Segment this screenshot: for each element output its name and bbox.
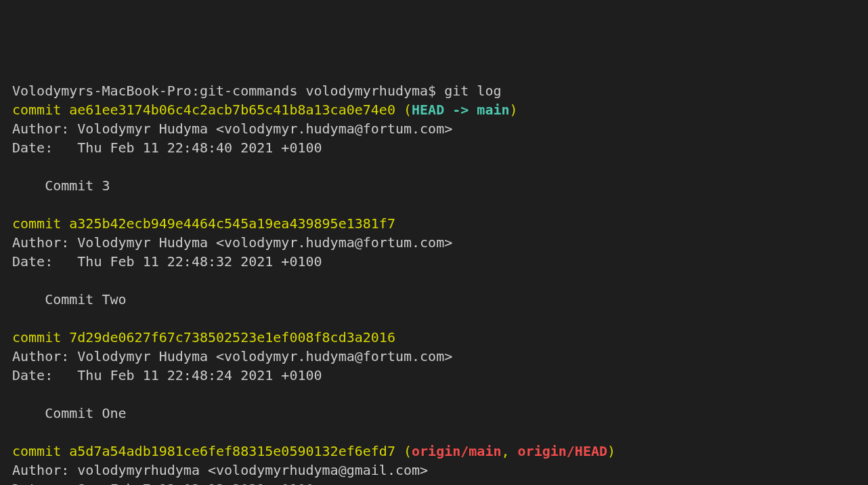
date-3: Date: Thu Feb 11 22:48:24 2021 +0100 xyxy=(12,367,322,383)
author-3: Author: Volodymyr Hudyma <volodymyr.hudy… xyxy=(12,348,452,364)
date-2: Date: Thu Feb 11 22:48:32 2021 +0100 xyxy=(12,253,322,270)
message-3: Commit One xyxy=(12,405,127,421)
prompt-line-1: Volodymyrs-MacBook-Pro:git-commands volo… xyxy=(12,83,501,99)
terminal-output[interactable]: Volodymyrs-MacBook-Pro:git-commands volo… xyxy=(12,81,856,485)
author-1: Author: Volodymyr Hudyma <volodymyr.hudy… xyxy=(12,121,452,137)
commit-hash-4: commit a5d7a54adb1981ce6fef88315e0590132… xyxy=(12,443,615,459)
commit-hash-1: commit ae61ee3174b06c4c2acb7b65c41b8a13c… xyxy=(12,102,518,118)
message-1: Commit 3 xyxy=(12,177,110,194)
author-4: Author: volodymyrhudyma <volodymyrhudyma… xyxy=(12,462,428,478)
commit-hash-3: commit 7d29de0627f67c738502523e1ef008f8c… xyxy=(12,329,395,345)
date-4: Date: Sun Feb 7 12:02:12 2021 +0100 xyxy=(12,481,314,485)
git-log-command: git log xyxy=(444,83,501,99)
commit-hash-2: commit a325b42ecb949e4464c545a19ea439895… xyxy=(12,215,395,232)
message-2: Commit Two xyxy=(12,291,127,308)
date-1: Date: Thu Feb 11 22:48:40 2021 +0100 xyxy=(12,140,322,156)
author-2: Author: Volodymyr Hudyma <volodymyr.hudy… xyxy=(12,234,452,251)
